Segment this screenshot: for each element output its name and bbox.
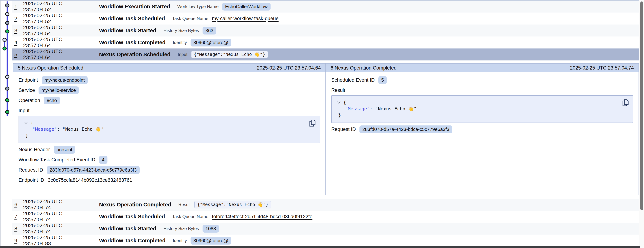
detail-field-badge: 283fd070-d57a-4423-bdca-c5c779e6a3f3 [47, 166, 140, 174]
event-row[interactable]: 22025-02-25 UTC 23:57:04.52Workflow Task… [12, 12, 639, 24]
detail-field-label: Endpoint [18, 77, 38, 83]
event-row[interactable]: 72025-02-25 UTC 23:57:04.74Workflow Task… [12, 211, 639, 223]
event-row[interactable]: 82025-02-25 UTC 23:57:04.74Workflow Task… [12, 223, 639, 235]
json-value: "Nexus Echo 👋" [62, 127, 104, 132]
event-id-link[interactable]: 3 [14, 27, 20, 33]
detail-field: Scheduled Event ID5 [331, 75, 633, 85]
event-id-link[interactable]: 5 [14, 51, 20, 57]
event-timestamp: 2025-02-25 UTC 23:57:04.64 [23, 36, 90, 48]
timeline-event-dot-gray[interactable] [6, 87, 9, 90]
vertical-scrollbar[interactable] [639, 0, 644, 248]
detail-field: Servicemy-hello-service [18, 86, 320, 95]
panel-body: Scheduled Event ID5Result{"Message": "Ne… [326, 72, 638, 135]
timeline-event-dot-green[interactable] [6, 110, 9, 114]
json-value: "Nexus Echo 👋" [375, 106, 416, 111]
detail-field-label: Nexus Header [18, 147, 50, 153]
detail-field-badge: 283fd070-d57a-4423-bdca-c5c779e6a3f3 [360, 125, 452, 133]
detail-field: Endpointmy-nexus-endpoint [18, 75, 320, 85]
panel-title: 5 Nexus Operation Scheduled [18, 65, 83, 71]
timeline-event-dot-light[interactable] [6, 12, 9, 16]
event-detail-badge: EchoCallerWorkflow [222, 3, 270, 10]
event-detail-panel-completed: 6 Nexus Operation Completed 2025-02-25 U… [326, 63, 638, 195]
event-name: Workflow Task Scheduled [99, 214, 165, 220]
event-name: Workflow Task Started [99, 226, 156, 232]
panel-timestamp: 2025-02-25 UTC 23:57:04.64 [257, 65, 321, 71]
event-detail-label: Result [178, 202, 191, 207]
timeline-event-dot-light[interactable] [6, 75, 9, 78]
detail-field-badge: echo [44, 97, 60, 104]
json-colon: : [57, 127, 62, 132]
event-detail-link[interactable]: my-caller-workflow-task-queue [212, 16, 278, 21]
event-id-link[interactable]: 7 [14, 214, 20, 220]
panel-body: Endpointmy-nexus-endpointServicemy-hello… [13, 72, 326, 186]
detail-field: Operationecho [18, 96, 320, 105]
json-close-brace: } [338, 113, 341, 118]
event-detail-label: History Size Bytes [164, 226, 199, 231]
event-id-link[interactable]: 9 [14, 238, 20, 244]
payload-json-block: {"Message": "Nexus Echo 👋"} [331, 95, 633, 123]
event-detail-badge: 1088 [202, 225, 219, 233]
detail-fields-after: Request ID283fd070-d57a-4423-bdca-c5c779… [331, 125, 633, 134]
event-detail-label: Input [178, 52, 188, 57]
event-row[interactable]: 62025-02-25 UTC 23:57:04.74Nexus Operati… [12, 199, 639, 211]
event-detail-label: Identity [173, 40, 187, 45]
copy-icon[interactable] [622, 99, 629, 109]
detail-field-badge: present [54, 146, 75, 154]
panel-timestamp: 2025-02-25 UTC 23:57:04.74 [570, 65, 634, 71]
event-id-link[interactable]: 8 [14, 226, 20, 232]
timeline-event-dot-light[interactable] [3, 38, 6, 41]
event-timestamp: 2025-02-25 UTC 23:57:04.83 [23, 235, 90, 247]
panel-title: 6 Nexus Operation Completed [330, 65, 396, 71]
event-name: Nexus Operation Completed [99, 202, 171, 208]
timeline-event-dot-green[interactable] [6, 30, 9, 33]
event-detail-label: Task Queue Name [172, 16, 208, 21]
event-row[interactable]: 32025-02-25 UTC 23:57:04.54Workflow Task… [12, 24, 639, 36]
timeline-event-dot-green[interactable] [6, 99, 9, 102]
event-id-link[interactable]: 6 [14, 202, 20, 208]
json-line: "Message": "Nexus Echo 👋" [337, 106, 628, 112]
timeline-event-dot-green[interactable] [3, 47, 6, 50]
json-line: } [337, 112, 628, 118]
event-detail-payload-chip: {"Message":"Nexus Echo 👋"} [194, 201, 271, 209]
json-open-brace: { [30, 120, 33, 125]
event-detail-label: Task Queue Name [172, 214, 208, 219]
json-key: "Message" [345, 106, 370, 111]
detail-field-label: Workflow Task Completed Event ID [18, 157, 95, 163]
copy-icon[interactable] [308, 119, 316, 129]
event-name: Workflow Task Completed [99, 238, 166, 244]
event-id-link[interactable]: 2 [14, 16, 20, 22]
event-id-link[interactable]: 4 [14, 39, 20, 45]
vertical-scrollbar-thumb[interactable] [640, 1, 643, 210]
chevron-down-icon[interactable] [337, 99, 341, 106]
panel-header: 6 Nexus Operation Completed 2025-02-25 U… [326, 63, 638, 72]
horizontal-scrollbar[interactable] [0, 246, 640, 248]
event-name: Workflow Task Scheduled [99, 15, 165, 22]
event-detail-label: History Size Bytes [164, 28, 199, 33]
detail-field-label: Service [18, 87, 35, 93]
detail-field-link[interactable]: 3c0c75ccfa8144b092c13ce632463761 [48, 177, 132, 183]
event-row[interactable]: 42025-02-25 UTC 23:57:04.64Workflow Task… [12, 36, 639, 48]
json-line: { [24, 120, 314, 126]
payload-section-label: Result [331, 87, 633, 93]
json-key: "Message" [32, 127, 57, 132]
event-detail-badge: 30960@totoro@ [190, 39, 231, 46]
event-name: Workflow Task Completed [99, 39, 166, 45]
event-detail-link[interactable]: totoro:f494fecf-2d51-4d48-bdcd-036a0f912… [212, 214, 312, 220]
detail-field: Workflow Task Completed Event ID4 [18, 155, 320, 164]
event-id-link[interactable]: 1 [14, 4, 20, 10]
timeline-event-dot-gray[interactable] [6, 4, 9, 7]
event-detail-payload-chip: {"Message":"Nexus Echo 👋"} [191, 51, 268, 58]
event-name: Nexus Operation Scheduled [99, 51, 170, 57]
event-timestamp: 2025-02-25 UTC 23:57:04.74 [23, 211, 90, 223]
event-detail-badge: 363 [202, 27, 216, 34]
chevron-down-icon[interactable] [24, 120, 28, 126]
event-detail-panels: 5 Nexus Operation Scheduled 2025-02-25 U… [13, 63, 639, 195]
event-row[interactable]: 52025-02-25 UTC 23:57:04.64Nexus Operati… [12, 48, 639, 60]
json-colon: : [370, 106, 375, 111]
event-row[interactable]: 12025-02-25 UTC 23:57:04.52Workflow Exec… [12, 0, 639, 12]
detail-field: Request ID283fd070-d57a-4423-bdca-c5c779… [331, 125, 633, 134]
event-row[interactable]: 92025-02-25 UTC 23:57:04.83Workflow Task… [12, 235, 639, 247]
detail-field-label: Scheduled Event ID [331, 77, 375, 83]
timeline-event-dot-gray[interactable] [6, 21, 9, 24]
event-rows-bottom: 62025-02-25 UTC 23:57:04.74Nexus Operati… [12, 199, 639, 247]
